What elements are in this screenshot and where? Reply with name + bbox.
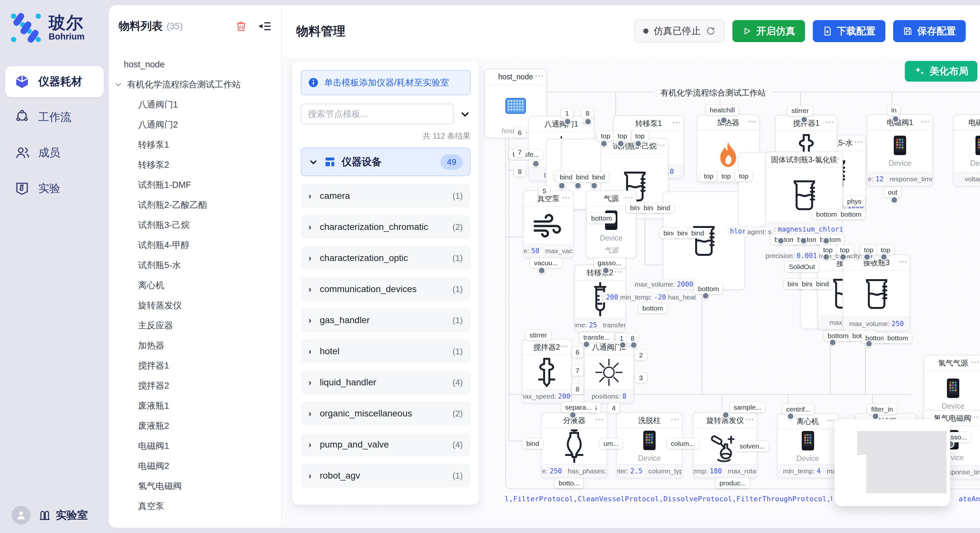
port-chip-sample...[interactable]: sample... <box>730 402 765 412</box>
node-menu-icon[interactable] <box>746 419 754 420</box>
port-chip-top[interactable]: top <box>631 131 649 141</box>
sidebar-item-成员[interactable]: 成员 <box>5 137 104 168</box>
port-dot-icon[interactable] <box>880 253 888 261</box>
tree-group-workstation[interactable]: 有机化学流程综合测试工作站 <box>109 75 281 95</box>
canvas-node-电磁阀1[interactable]: 电磁阀1Devicevoltage: 12response_time: 0.1 <box>867 114 933 186</box>
port-dot-icon[interactable] <box>822 253 830 261</box>
port-dot-icon[interactable] <box>619 341 627 349</box>
node-menu-icon[interactable] <box>827 420 835 421</box>
port-chip-bottom[interactable]: bottom <box>587 213 616 224</box>
port-dot-icon[interactable] <box>584 118 592 125</box>
port-chip-heatchill[interactable]: heatchill <box>706 105 738 115</box>
port-chip-bottom[interactable]: bottom <box>638 303 667 314</box>
palette-group-gas_handler[interactable]: ›gas_handler(1) <box>301 308 471 332</box>
tree-item[interactable]: 转移泵2 <box>109 155 281 175</box>
port-dot-icon[interactable] <box>839 253 847 261</box>
node-menu-icon[interactable] <box>899 261 907 263</box>
port-chip-top[interactable]: top <box>597 131 614 141</box>
tree-item[interactable]: 主反应器 <box>109 316 281 335</box>
minimap[interactable] <box>835 419 950 506</box>
port-dot-icon[interactable] <box>600 140 608 148</box>
tree-item[interactable]: 搅拌器2 <box>109 376 281 396</box>
tree-item[interactable]: 真空泵 <box>109 496 281 516</box>
port-chip-8[interactable]: 8 <box>514 167 526 177</box>
node-menu-icon[interactable] <box>562 197 570 198</box>
port-chip-colum...[interactable]: colum... <box>667 438 699 449</box>
port-dot-icon[interactable] <box>635 140 642 148</box>
port-dot-icon[interactable] <box>829 339 837 346</box>
port-chip-separa...[interactable]: separa... <box>561 402 596 412</box>
download-config-button[interactable]: 下载配置 <box>813 20 885 42</box>
port-chip-in[interactable]: in <box>887 105 900 115</box>
graph-canvas[interactable]: 有机化学流程综合测试工作站 l,FilterProtocol,CleanVess… <box>282 57 980 528</box>
node-menu-icon[interactable] <box>970 416 978 418</box>
port-dot-icon[interactable] <box>872 412 879 420</box>
palette-group-pump_and_valve[interactable]: ›pump_and_valve(4) <box>301 433 471 457</box>
palette-group-organic_miscellaneous[interactable]: ›organic_miscellaneous(2) <box>301 401 471 425</box>
port-chip-2[interactable]: 2 <box>635 350 647 360</box>
port-chip-solven...[interactable]: solven... <box>736 441 769 451</box>
node-menu-icon[interactable] <box>535 75 543 77</box>
port-dot-icon[interactable] <box>564 118 571 125</box>
node-menu-icon[interactable] <box>596 419 603 420</box>
port-chip-bottom[interactable]: bottom <box>883 333 912 343</box>
port-chip-7[interactable]: 7 <box>572 366 583 376</box>
tree-item[interactable]: 转移泵1 <box>109 135 281 155</box>
tree-item[interactable]: 旋转蒸发仪 <box>109 295 281 316</box>
port-chip-bind[interactable]: bind <box>653 203 674 213</box>
canvas-node-接收瓶3[interactable]: 接收瓶3max_volume: 250 <box>843 254 910 331</box>
palette-group-communication_devices[interactable]: ›communication_devices(1) <box>301 277 471 301</box>
port-chip-bind[interactable]: bind <box>588 172 609 182</box>
canvas-node-搅拌器2[interactable]: 搅拌器2max_speed: 2000 <box>522 339 572 403</box>
port-chip-bottom[interactable]: bottom <box>812 209 841 219</box>
port-dot-icon[interactable] <box>630 341 638 349</box>
node-menu-icon[interactable] <box>671 419 679 420</box>
port-chip-8[interactable]: 8 <box>572 384 583 394</box>
search-input[interactable] <box>301 104 454 124</box>
port-chip-phys[interactable]: phys <box>843 196 865 206</box>
canvas-node-固体试剂瓶3-氯化镁[interactable]: 固体试剂瓶3-氯化镁agent: magnesium_chloride <box>765 152 843 236</box>
port-chip-6[interactable]: 6 <box>572 347 583 357</box>
port-chip-gasso...[interactable]: gasso... <box>594 258 625 268</box>
node-menu-icon[interactable] <box>748 121 756 122</box>
tree-item[interactable]: 电磁阀2 <box>109 456 281 476</box>
port-chip-4[interactable]: 4 <box>608 403 620 413</box>
port-chip-vacuu...[interactable]: vacuu... <box>530 258 562 268</box>
simulation-status[interactable]: 仿真已停止 <box>634 19 725 43</box>
port-dot-icon[interactable] <box>702 292 710 300</box>
node-menu-icon[interactable] <box>826 121 834 123</box>
beautify-layout-button[interactable]: 美化布局 <box>905 61 977 82</box>
port-chip-filter_in[interactable]: filter_in <box>867 404 897 414</box>
sidebar-item-lab[interactable]: 实验室 <box>38 508 88 523</box>
port-dot-icon[interactable] <box>800 237 807 244</box>
port-dot-icon[interactable] <box>538 267 546 274</box>
canvas-node-离心机[interactable]: 离心机Devicep: 40min_temp: 4max_spe <box>777 413 838 478</box>
port-dot-icon[interactable] <box>569 411 576 419</box>
port-chip-bind[interactable]: bind <box>687 228 708 238</box>
node-menu-icon[interactable] <box>832 158 839 160</box>
node-menu-icon[interactable] <box>560 346 568 347</box>
port-chip-bottom[interactable]: bottom <box>837 209 865 219</box>
tree-item[interactable]: 电磁阀1 <box>109 436 281 456</box>
tree-item[interactable]: 试剂瓶2-乙酸乙酯 <box>109 195 281 215</box>
port-dot-icon[interactable] <box>617 140 625 148</box>
port-chip-bottom[interactable]: bottom <box>694 284 723 294</box>
canvas-node-八通阀门2[interactable]: 八通阀门2positions: 8 <box>584 339 634 403</box>
avatar[interactable] <box>12 506 30 525</box>
palette-group-robot_agv[interactable]: ›robot_agv(1) <box>301 464 471 488</box>
port-dot-icon[interactable] <box>574 182 582 189</box>
port-chip-8[interactable]: 8 <box>582 108 593 119</box>
port-dot-icon[interactable] <box>590 182 598 189</box>
tree-item[interactable]: 废液瓶1 <box>109 396 281 416</box>
palette-group-liquid_handler[interactable]: ›liquid_handler(4) <box>301 370 471 394</box>
port-dot-icon[interactable] <box>863 253 871 261</box>
port-dot-icon[interactable] <box>822 237 830 244</box>
port-dot-icon[interactable] <box>787 412 794 420</box>
node-menu-icon[interactable] <box>625 197 633 198</box>
port-dot-icon[interactable] <box>722 411 730 419</box>
port-dot-icon[interactable] <box>558 182 565 189</box>
palette-group-hotel[interactable]: ›hotel(1) <box>301 339 471 363</box>
port-chip-7[interactable]: 7 <box>514 147 526 157</box>
tree-item[interactable]: 试剂瓶5-水 <box>109 255 281 275</box>
port-chip-top[interactable]: top <box>700 171 717 181</box>
